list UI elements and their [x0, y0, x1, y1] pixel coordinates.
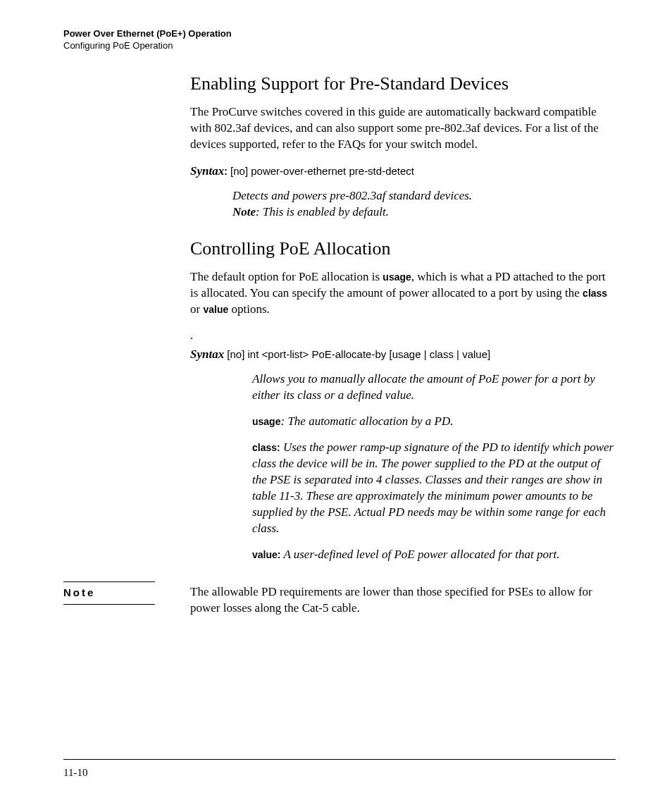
syntax-note-text: : This is enabled by default.	[256, 205, 389, 218]
heading-controlling-poe: Controlling PoE Allocation	[190, 238, 616, 259]
header-chapter: Power Over Ethernet (PoE+) Operation	[63, 28, 616, 40]
main-content: Enabling Support for Pre-Standard Device…	[190, 73, 616, 563]
syntax-block-1: Syntax: [no] power-over-ethernet pre-std…	[190, 164, 616, 221]
page-number: 11-10	[63, 767, 87, 778]
note-text: The allowable PD requirements are lower …	[190, 581, 616, 617]
syntax-desc-1: Detects and powers pre-802.3af standard …	[232, 188, 616, 221]
syntax-value: value: A user-defined level of PoE power…	[252, 547, 616, 563]
note-label: Note	[63, 581, 155, 605]
syntax-allocate-desc: Allows you to manually allocate the amou…	[252, 371, 616, 404]
note-block: Note The allowable PD requirements are l…	[63, 581, 616, 617]
syntax-label-2: Syntax	[190, 347, 224, 361]
para-allocation: The default option for PoE allocation is…	[190, 269, 616, 318]
page: Power Over Ethernet (PoE+) Operation Con…	[0, 0, 672, 617]
header-section: Configuring PoE Operation	[63, 40, 616, 52]
syntax-line-1: Syntax: [no] power-over-ethernet pre-std…	[190, 164, 616, 178]
syntax-label: Syntax	[190, 164, 224, 178]
syntax-usage: usage: The automatic allocation by a PD.	[252, 414, 616, 430]
syntax-command-2: [no] int <port-list> PoE-allocate-by [us…	[224, 348, 490, 360]
syntax-command: [no] power-over-ethernet pre-std-detect	[228, 165, 414, 177]
stray-dot: .	[190, 329, 616, 342]
syntax-note-label: Note	[232, 205, 256, 218]
page-footer: 11-10	[63, 759, 616, 779]
heading-enabling-support: Enabling Support for Pre-Standard Device…	[190, 73, 616, 94]
para-prestandard: The ProCurve switches covered in this gu…	[190, 104, 616, 153]
running-header: Power Over Ethernet (PoE+) Operation Con…	[63, 28, 616, 52]
syntax-class: class: Uses the power ramp-up signature …	[252, 440, 616, 537]
syntax-desc-text: Detects and powers pre-802.3af standard …	[232, 189, 472, 202]
syntax-line-2: Syntax [no] int <port-list> PoE-allocate…	[190, 347, 616, 362]
syntax-block-2: Syntax [no] int <port-list> PoE-allocate…	[190, 347, 616, 562]
